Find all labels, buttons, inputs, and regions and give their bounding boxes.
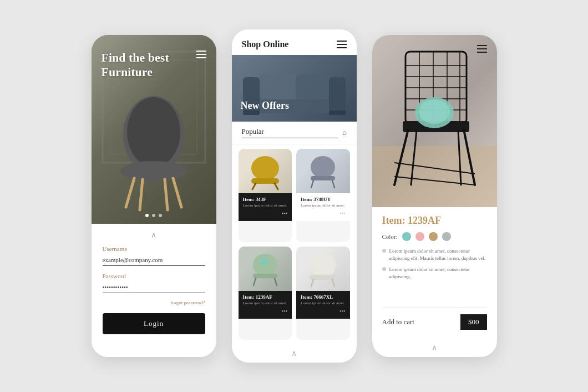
svg-line-33 (332, 279, 334, 287)
product-code-3: Item: 1239AF (243, 294, 288, 300)
color-swatch-tan[interactable] (429, 232, 438, 241)
item-code: Item: 1239AF (382, 215, 487, 227)
product-card-2[interactable]: ♡ Item: 3748UY Lorem ipsum dolor sit ame… (296, 149, 350, 242)
svg-line-8 (165, 179, 168, 210)
shop-title: Shop Online (242, 39, 289, 49)
hero-section: Find the best Furniture (92, 35, 216, 224)
product-info-2: Item: 3748UY Lorem ipsum dolor sit amet.… (296, 193, 350, 221)
svg-point-21 (311, 156, 335, 178)
detail-section: Item: 1239AF Color: Lorem ipsum dolor si… (372, 207, 497, 339)
hero-title: Find the best Furniture (102, 51, 185, 80)
login-form: ∧ Username Password forgot password? Log… (92, 224, 216, 357)
products-grid: ♡ Item: 343F Lorem ipsum dolor sit amet.… (232, 144, 357, 344)
svg-line-32 (311, 279, 313, 287)
feature-list: Lorem ipsum dolor sit amet, consectetur … (382, 248, 487, 299)
svg-point-4 (120, 161, 187, 181)
svg-point-30 (310, 253, 336, 277)
product-code-1: Item: 343F (243, 197, 288, 202)
dot-1[interactable] (145, 214, 149, 217)
chair-illustration-1 (112, 91, 195, 213)
search-icon[interactable]: ⌕ (342, 128, 347, 137)
wire-chair-illustration (372, 35, 497, 207)
product-code-2: Item: 3748UY (301, 197, 346, 202)
menu-icon[interactable] (337, 41, 347, 48)
price-badge[interactable]: $00 (460, 314, 487, 330)
phone-2-bottom-nav[interactable]: ∧ (232, 344, 357, 363)
login-button[interactable]: Login (103, 313, 205, 334)
color-swatch-teal[interactable] (402, 232, 411, 241)
feature-item-2: Lorem ipsum dolor sit amet, consectetur … (382, 266, 487, 280)
bullet-2 (382, 267, 386, 271)
svg-line-24 (332, 180, 334, 188)
product-image-2: ♡ (296, 149, 350, 193)
product-desc-3: Lorem ipsum dolor sit amet. (243, 301, 288, 306)
username-label: Username (103, 245, 205, 252)
password-label: Password (103, 273, 205, 279)
phone-3-bottom-nav[interactable]: ∧ (372, 339, 497, 357)
product-image-4 (296, 247, 350, 291)
product-code-4: Item: 76667XL (301, 294, 346, 300)
shop-header: Shop Online (232, 29, 357, 55)
color-label: Color: (382, 233, 398, 240)
svg-line-29 (275, 278, 277, 285)
dot-3[interactable] (159, 214, 162, 217)
svg-point-26 (260, 257, 268, 266)
phones-container: Find the best Furniture ∧ Username P (75, 7, 514, 385)
search-label: Popular (242, 127, 338, 138)
product-desc-2: Lorem ipsum dolor sit amet. (301, 203, 346, 208)
more-options-2[interactable]: ••• (339, 210, 346, 217)
product-info-4: Item: 76667XL Lorem ipsum dolor sit amet… (296, 291, 350, 319)
product-desc-4: Lorem ipsum dolor sit amet. (301, 301, 346, 306)
svg-line-28 (254, 278, 256, 285)
more-options-1[interactable]: ••• (281, 210, 287, 217)
svg-point-3 (127, 97, 180, 167)
product-desc-1: Lorem ipsum dolor sit amet. (243, 203, 288, 208)
heart-icon-2[interactable]: ♡ (341, 152, 347, 160)
menu-icon[interactable] (196, 51, 206, 58)
svg-line-7 (140, 179, 143, 210)
add-to-cart-row: Add to cart $00 (382, 307, 487, 330)
phone-login: Find the best Furniture ∧ Username P (92, 35, 216, 357)
svg-line-5 (126, 178, 134, 207)
more-options-3[interactable]: ••• (281, 308, 287, 314)
svg-line-23 (311, 180, 313, 188)
username-input[interactable] (103, 254, 205, 266)
banner-text: New Offers (241, 100, 289, 112)
product-image-3 (239, 247, 292, 291)
detail-hero (372, 35, 497, 207)
more-options-4[interactable]: ••• (339, 308, 346, 314)
feature-text-1: Lorem ipsum dolor sit amet, consectetur … (389, 248, 487, 262)
product-info-1: Item: 343F Lorem ipsum dolor sit amet. •… (239, 193, 292, 221)
svg-rect-27 (253, 274, 277, 278)
heart-icon[interactable]: ♡ (282, 152, 288, 160)
svg-rect-14 (296, 74, 329, 99)
bullet-1 (382, 249, 386, 253)
svg-rect-11 (329, 77, 346, 113)
forgot-password-link[interactable]: forgot password? (103, 300, 205, 305)
sofa-illustration (232, 55, 357, 122)
dot-2[interactable] (152, 214, 155, 217)
svg-point-17 (251, 156, 279, 180)
color-selector: Color: (382, 232, 487, 241)
color-swatch-pink[interactable] (415, 232, 424, 241)
product-info-3: Item: 1239AF Lorem ipsum dolor sit amet.… (239, 291, 292, 319)
svg-line-6 (173, 178, 181, 207)
color-swatch-gray[interactable] (442, 232, 451, 241)
svg-line-20 (275, 183, 278, 189)
product-image-1: ♡ (239, 149, 292, 193)
password-input[interactable] (103, 282, 205, 293)
svg-rect-34 (372, 146, 497, 207)
svg-rect-16 (329, 110, 346, 115)
product-card-1[interactable]: ♡ Item: 343F Lorem ipsum dolor sit amet.… (239, 149, 292, 242)
svg-rect-13 (260, 74, 293, 99)
svg-rect-22 (311, 176, 335, 180)
detail-menu-icon[interactable] (477, 45, 487, 53)
feature-item-1: Lorem ipsum dolor sit amet, consectetur … (382, 248, 487, 262)
product-card-4[interactable]: Item: 76667XL Lorem ipsum dolor sit amet… (296, 247, 350, 340)
search-bar[interactable]: Popular ⌕ (232, 122, 357, 144)
product-card-3[interactable]: Item: 1239AF Lorem ipsum dolor sit amet.… (239, 247, 292, 340)
svg-line-19 (252, 183, 256, 189)
phone-detail: Item: 1239AF Color: Lorem ipsum dolor si… (372, 35, 497, 357)
svg-point-53 (419, 99, 450, 124)
chevron-up-icon[interactable]: ∧ (103, 230, 205, 240)
